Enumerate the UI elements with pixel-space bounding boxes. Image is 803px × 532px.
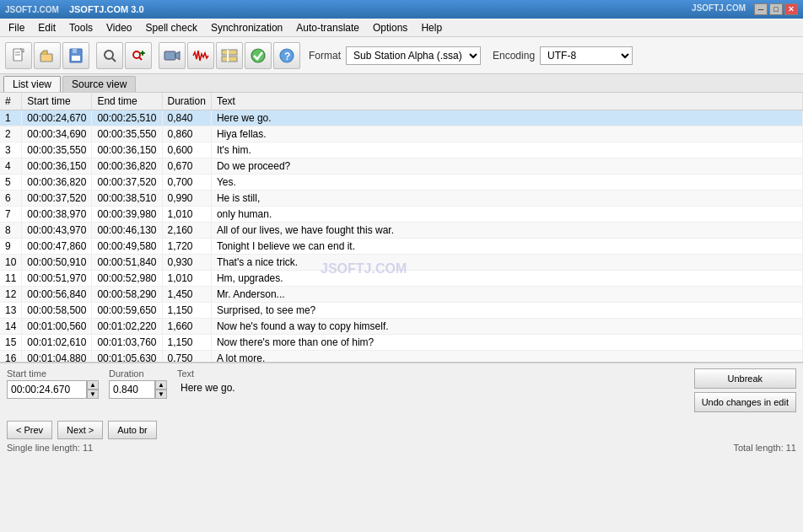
cell-num: 9 bbox=[0, 239, 22, 255]
table-row[interactable]: 300:00:35,55000:00:36,1500,600It's him. bbox=[0, 142, 803, 159]
cell-duration: 0,700 bbox=[162, 175, 211, 191]
table-row[interactable]: 1500:01:02,61000:01:03,7601,150Now there… bbox=[0, 335, 803, 351]
undo-edit-button[interactable]: Undo changes in edit bbox=[694, 392, 796, 412]
duration-spinner: ▲ ▼ bbox=[155, 380, 167, 399]
cell-end: 00:00:52,980 bbox=[92, 271, 162, 287]
table-row[interactable]: 800:00:43,97000:00:46,1302,160All of our… bbox=[0, 223, 803, 239]
search-button[interactable] bbox=[96, 42, 123, 69]
cell-end: 00:00:35,550 bbox=[92, 126, 162, 142]
table-row[interactable]: 1100:00:51,97000:00:52,9801,010Hm, upgra… bbox=[0, 271, 803, 287]
table-row[interactable]: 1300:00:58,50000:00:59,6501,150Surprised… bbox=[0, 303, 803, 319]
duration-down[interactable]: ▼ bbox=[155, 390, 167, 399]
svg-line-11 bbox=[139, 57, 142, 60]
table-row[interactable]: 200:00:34,69000:00:35,5500,860Hiya fella… bbox=[0, 126, 803, 142]
duration-input[interactable] bbox=[109, 380, 155, 399]
cell-num: 4 bbox=[0, 159, 22, 175]
table-row[interactable]: 1400:01:00,56000:01:02,2201,660Now he's … bbox=[0, 319, 803, 335]
encoding-label: Encoding bbox=[493, 50, 535, 62]
minimize-button[interactable]: ─ bbox=[754, 3, 768, 15]
cell-end: 00:01:03,760 bbox=[92, 335, 162, 351]
cell-end: 00:00:37,520 bbox=[92, 175, 162, 191]
cell-duration: 1,720 bbox=[162, 239, 211, 255]
start-time-input[interactable] bbox=[7, 380, 87, 399]
maximize-button[interactable]: □ bbox=[769, 3, 783, 15]
cell-text: Yes. bbox=[211, 175, 802, 191]
cell-duration: 0,860 bbox=[162, 126, 211, 142]
duration-label: Duration bbox=[109, 368, 167, 379]
format-label: Format bbox=[309, 50, 341, 62]
table-row[interactable]: 600:00:37,52000:00:38,5100,990He is stil… bbox=[0, 191, 803, 207]
unbreak-button[interactable]: Unbreak bbox=[694, 368, 796, 389]
subtitle-table-container[interactable]: # Start time End time Duration Text 100:… bbox=[0, 93, 803, 363]
cell-duration: 1,660 bbox=[162, 319, 211, 335]
cell-end: 00:01:02,220 bbox=[92, 319, 162, 335]
table-row[interactable]: 100:00:24,67000:00:25,5100,840Here we go… bbox=[0, 110, 803, 126]
table-row[interactable]: 900:00:47,86000:00:49,5801,720Tonight I … bbox=[0, 239, 803, 255]
cell-duration: 1,150 bbox=[162, 335, 211, 351]
close-button[interactable]: ✕ bbox=[784, 3, 798, 15]
cell-start: 00:01:02,610 bbox=[22, 335, 92, 351]
subtitle-table: # Start time End time Duration Text 100:… bbox=[0, 93, 803, 363]
table-row[interactable]: 400:00:36,15000:00:36,8200,670Do we proc… bbox=[0, 159, 803, 175]
waveform-button[interactable] bbox=[187, 42, 214, 69]
start-time-up[interactable]: ▲ bbox=[87, 380, 99, 390]
cell-start: 00:01:04,880 bbox=[22, 351, 92, 363]
menu-tools[interactable]: Tools bbox=[62, 20, 100, 35]
edit-buttons-area: Unbreak Undo changes in edit bbox=[694, 368, 796, 412]
menu-autotranslate[interactable]: Auto-translate bbox=[289, 20, 366, 35]
cell-text: Hm, upgrades. bbox=[211, 271, 802, 287]
tab-source-view[interactable]: Source view bbox=[62, 76, 136, 92]
text-label: Text bbox=[177, 368, 684, 379]
menu-bar: File Edit Tools Video Spell check Synchr… bbox=[0, 19, 803, 37]
menu-options[interactable]: Options bbox=[366, 20, 414, 35]
cell-text: Mr. Anderson... bbox=[211, 287, 802, 303]
view-tabs: List view Source view bbox=[0, 74, 803, 93]
cell-end: 00:00:39,980 bbox=[92, 207, 162, 223]
total-length: Total length: 11 bbox=[733, 443, 796, 453]
cell-start: 00:00:35,550 bbox=[22, 142, 92, 159]
svg-point-8 bbox=[105, 51, 113, 59]
cell-duration: 1,450 bbox=[162, 287, 211, 303]
menu-synchronization[interactable]: Synchronization bbox=[204, 20, 289, 35]
menu-help[interactable]: Help bbox=[414, 20, 449, 35]
nav-row: < Prev Next > Auto br bbox=[0, 419, 803, 441]
cell-start: 00:00:36,150 bbox=[22, 159, 92, 175]
cell-duration: 0,750 bbox=[162, 351, 211, 363]
table-row[interactable]: 1200:00:56,84000:00:58,2901,450Mr. Ander… bbox=[0, 287, 803, 303]
next-button[interactable]: Next > bbox=[57, 421, 103, 439]
cell-text: only human. bbox=[211, 207, 802, 223]
encoding-select[interactable]: UTF-8UTF-16ISO-8859-1Windows-1252 bbox=[540, 46, 633, 65]
auto-br-button[interactable]: Auto br bbox=[108, 421, 156, 439]
menu-edit[interactable]: Edit bbox=[31, 20, 62, 35]
cell-text: Do we proceed? bbox=[211, 159, 802, 175]
check-button[interactable] bbox=[245, 42, 272, 69]
cell-end: 00:00:49,580 bbox=[92, 239, 162, 255]
tab-list-view[interactable]: List view bbox=[3, 76, 61, 92]
duration-up[interactable]: ▲ bbox=[155, 380, 167, 390]
cell-start: 00:01:00,560 bbox=[22, 319, 92, 335]
menu-video[interactable]: Video bbox=[100, 20, 138, 35]
video-button[interactable] bbox=[159, 42, 186, 69]
open-button[interactable] bbox=[34, 42, 61, 69]
table-row[interactable]: 700:00:38,97000:00:39,9801,010only human… bbox=[0, 207, 803, 223]
cell-start: 00:00:34,690 bbox=[22, 126, 92, 142]
menu-spellcheck[interactable]: Spell check bbox=[139, 20, 204, 35]
save-button[interactable] bbox=[62, 42, 89, 69]
svg-line-9 bbox=[112, 58, 116, 62]
cell-text: A lot more. bbox=[211, 351, 802, 363]
help-button[interactable]: ? bbox=[273, 42, 300, 69]
prev-button[interactable]: < Prev bbox=[7, 421, 52, 439]
table-row[interactable]: 1600:01:04,88000:01:05,6300,750A lot mor… bbox=[0, 351, 803, 363]
cell-num: 5 bbox=[0, 175, 22, 191]
menu-file[interactable]: File bbox=[2, 20, 31, 35]
cell-num: 2 bbox=[0, 126, 22, 142]
start-time-down[interactable]: ▼ bbox=[87, 390, 99, 399]
split-button[interactable] bbox=[216, 42, 243, 69]
replace-button[interactable] bbox=[125, 42, 152, 69]
table-row[interactable]: 1000:00:50,91000:00:51,8400,930That's a … bbox=[0, 255, 803, 271]
format-select[interactable]: Sub Station Alpha (.ssa)SubRip (.srt)Mic… bbox=[346, 46, 481, 65]
cell-num: 14 bbox=[0, 319, 22, 335]
cell-start: 00:00:43,970 bbox=[22, 223, 92, 239]
new-button[interactable] bbox=[5, 42, 32, 69]
table-row[interactable]: 500:00:36,82000:00:37,5200,700Yes. bbox=[0, 175, 803, 191]
